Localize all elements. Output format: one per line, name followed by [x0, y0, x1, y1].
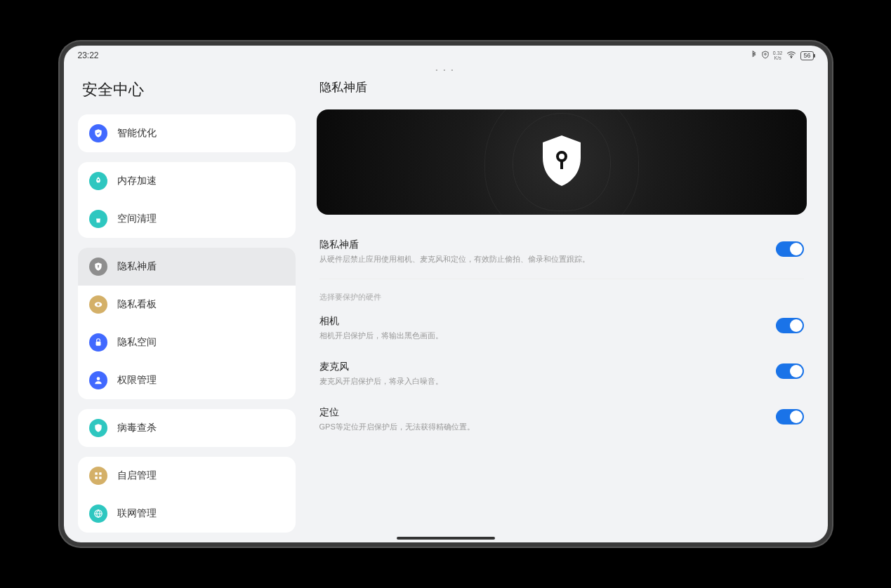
svg-rect-12	[99, 476, 102, 479]
sidebar-item-network[interactable]: 联网管理	[78, 495, 296, 533]
shield-status-icon	[762, 51, 769, 60]
main-panel: 隐私神盾 隐私神盾 从硬件层禁止应用使用相机、麦克风和定位，有效	[310, 65, 828, 542]
svg-rect-4	[98, 266, 98, 267]
shield-check-icon	[89, 124, 107, 142]
clock: 23:22	[78, 51, 99, 60]
eye-icon	[89, 295, 107, 314]
person-icon	[89, 371, 107, 389]
section-hint: 选择要保护的硬件	[317, 286, 807, 305]
screen: 23:22 0.32 K/s 56 • • •	[64, 46, 828, 542]
broom-icon	[89, 210, 107, 228]
option-desc: 相机开启保护后，将输出黑色画面。	[319, 330, 762, 341]
bluetooth-icon	[751, 51, 758, 60]
master-toggle[interactable]	[776, 241, 804, 257]
sidebar-item-label: 权限管理	[117, 374, 157, 387]
option-desc: 麦克风开启保护后，将录入白噪音。	[319, 376, 762, 387]
sidebar-item-label: 隐私神盾	[117, 260, 157, 273]
sidebar-item-virus[interactable]: 病毒查杀	[78, 409, 296, 447]
sidebar-item-label: 隐私看板	[117, 298, 157, 311]
option-title: 相机	[319, 315, 762, 328]
master-desc: 从硬件层禁止应用使用相机、麦克风和定位，有效防止偷拍、偷录和位置跟踪。	[319, 254, 762, 265]
sidebar-item-label: 隐私空间	[117, 336, 157, 349]
page-title: 隐私神盾	[317, 79, 807, 95]
toggle-camera[interactable]	[776, 318, 804, 333]
svg-point-0	[765, 53, 767, 55]
divider	[319, 279, 804, 279]
master-title: 隐私神盾	[319, 239, 762, 251]
option-desc: GPS等定位开启保护后，无法获得精确位置。	[319, 422, 762, 432]
shield-icon	[537, 133, 586, 192]
toggle-location[interactable]	[776, 409, 804, 425]
privacy-banner	[317, 109, 807, 215]
apps-icon	[89, 467, 107, 485]
sidebar-item-autostart[interactable]: 自启管理	[78, 457, 296, 495]
master-toggle-row: 隐私神盾 从硬件层禁止应用使用相机、麦克风和定位，有效防止偷拍、偷录和位置跟踪。	[317, 229, 807, 274]
tablet-frame: 23:22 0.32 K/s 56 • • •	[60, 41, 832, 547]
status-bar: 23:22 0.32 K/s 56	[64, 46, 828, 65]
svg-point-6	[97, 303, 100, 306]
option-row-location: 定位GPS等定位开启保护后，无法获得精确位置。	[317, 396, 807, 442]
option-title: 定位	[319, 406, 762, 419]
status-indicators: 0.32 K/s 56	[751, 51, 814, 60]
sidebar-title: 安全中心	[78, 79, 296, 100]
svg-point-8	[96, 377, 100, 380]
option-row-mic: 麦克风麦克风开启保护后，将录入白噪音。	[317, 351, 807, 396]
battery-indicator: 56	[800, 51, 813, 60]
sidebar-item-label: 联网管理	[117, 507, 157, 520]
svg-rect-10	[99, 472, 102, 475]
option-row-camera: 相机相机开启保护后，将输出黑色画面。	[317, 305, 807, 351]
svg-rect-11	[95, 476, 98, 479]
svg-rect-7	[95, 342, 100, 346]
sidebar-item-memory[interactable]: 内存加速	[78, 162, 296, 200]
sidebar-item-privacy-board[interactable]: 隐私看板	[78, 286, 296, 323]
sidebar: 安全中心 智能优化内存加速空间清理隐私神盾隐私看板隐私空间权限管理病毒查杀自启管…	[64, 65, 310, 542]
sidebar-item-privacy-shield[interactable]: 隐私神盾	[78, 248, 296, 286]
shield-virus-icon	[89, 419, 107, 437]
svg-rect-9	[95, 472, 98, 475]
toggle-mic[interactable]	[776, 363, 804, 379]
sidebar-item-privacy-space[interactable]: 隐私空间	[78, 323, 296, 361]
sidebar-item-label: 内存加速	[117, 175, 157, 187]
sidebar-item-storage[interactable]: 空间清理	[78, 200, 296, 238]
lock-icon	[89, 333, 107, 352]
sidebar-item-label: 自启管理	[117, 469, 157, 482]
sidebar-item-label: 病毒查杀	[117, 422, 157, 434]
rocket-icon	[89, 172, 107, 190]
svg-point-1	[791, 57, 792, 58]
sidebar-item-label: 空间清理	[117, 213, 157, 225]
globe-icon	[89, 505, 107, 523]
nav-handle[interactable]	[397, 537, 495, 540]
svg-rect-15	[560, 159, 563, 169]
option-title: 麦克风	[319, 361, 762, 373]
sidebar-item-label: 智能优化	[117, 127, 157, 140]
shield-icon	[89, 258, 107, 276]
handle-dots: • • •	[436, 67, 456, 73]
sidebar-item-optimize[interactable]: 智能优化	[78, 114, 296, 152]
network-speed: 0.32 K/s	[773, 51, 783, 60]
wifi-icon	[786, 51, 796, 60]
sidebar-item-permissions[interactable]: 权限管理	[78, 361, 296, 399]
svg-point-2	[97, 179, 98, 180]
